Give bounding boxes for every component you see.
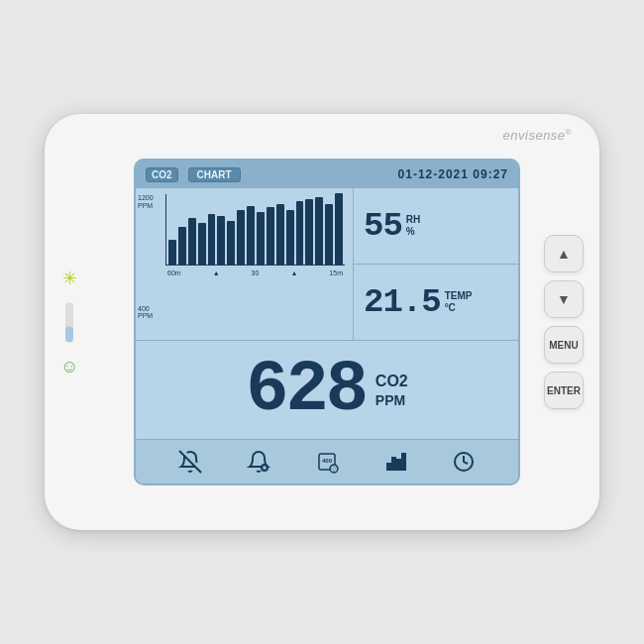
chart-bar (227, 221, 235, 265)
co2-display: 628 CO2 PPM (136, 341, 518, 440)
x-label-15m: 15m (329, 269, 343, 276)
chart-bar (325, 204, 333, 265)
menu-button[interactable]: MENU (544, 326, 584, 364)
chart-area: 1200PPM 400PPM 60m ▲ 30 ▲ 15m (136, 188, 354, 340)
humidity-reading: 55 RH % (354, 188, 518, 265)
temperature-unit: TEMP °C (445, 290, 473, 314)
readings-area: 55 RH % 21.5 TEMP °C (354, 188, 518, 340)
sun-indicator: ✳ (62, 268, 77, 289)
co2-value: 628 (246, 355, 366, 426)
chart-bar (315, 197, 323, 265)
chart-bar (188, 218, 196, 265)
datetime-display: 01-12-2021 09:27 (398, 167, 508, 181)
level-bar (65, 303, 73, 343)
chart-bar (168, 240, 176, 265)
svg-line-0 (179, 451, 201, 473)
svg-rect-16 (397, 460, 400, 470)
temperature-value: 21.5 (364, 283, 441, 321)
chart-bar (276, 204, 284, 265)
face-indicator: ☺ (60, 357, 78, 377)
svg-text:400: 400 (322, 458, 333, 464)
humidity-unit: RH % (406, 214, 420, 238)
chart-bar (237, 210, 245, 265)
co2-label: CO2 (376, 373, 408, 390)
main-screen: CO2 CHART 01-12-2021 09:27 1200PPM 400PP… (134, 159, 520, 485)
screen-middle: 1200PPM 400PPM 60m ▲ 30 ▲ 15m (136, 188, 518, 341)
chart-bars-container: 60m ▲ 30 ▲ 15m (165, 194, 345, 324)
chart-x-labels: 60m ▲ 30 ▲ 15m (165, 268, 345, 276)
chart-bar (178, 227, 186, 265)
enter-label: ENTER (547, 385, 581, 396)
y-label-bottom: 400PPM (138, 305, 154, 320)
alarm-off-icon[interactable] (178, 450, 202, 474)
chart-bar (257, 212, 265, 265)
x-label-60m: 60m (167, 269, 181, 276)
svg-rect-15 (392, 458, 395, 470)
svg-rect-17 (402, 454, 405, 470)
right-buttons: ▲ ▼ MENU ENTER (544, 235, 584, 409)
left-indicators: ✳ ☺ (60, 268, 78, 377)
calibrate-icon[interactable]: 400 (315, 450, 339, 474)
down-button[interactable]: ▼ (544, 280, 584, 318)
clock-icon[interactable] (452, 450, 476, 474)
y-label-top: 1200PPM (138, 194, 154, 209)
chart-bar (208, 214, 216, 265)
chart-y-labels: 1200PPM 400PPM (138, 194, 154, 320)
svg-rect-14 (387, 464, 390, 470)
enter-button[interactable]: ENTER (544, 372, 584, 409)
screen-topbar: CO2 CHART 01-12-2021 09:27 (136, 161, 518, 188)
svg-point-8 (330, 465, 338, 473)
up-arrow-icon: ▲ (557, 246, 571, 262)
marker-triangle-1: ▲ (213, 269, 220, 276)
co2-badge: CO2 (146, 167, 178, 182)
chart-bars (165, 194, 345, 266)
chart-bar (305, 199, 313, 265)
down-arrow-icon: ▼ (557, 291, 571, 307)
co2-unit-block: CO2 PPM (376, 373, 408, 408)
chart-small-icon[interactable] (383, 450, 407, 474)
up-button[interactable]: ▲ (544, 235, 584, 272)
chart-bar (286, 210, 294, 265)
chart-bar (198, 223, 206, 265)
chart-bar (217, 216, 225, 265)
menu-label: MENU (549, 340, 578, 351)
device-body: envisense® ✳ ☺ CO2 CHART 01-12-2021 09:2… (45, 114, 599, 530)
chart-bar (267, 207, 274, 265)
chart-bar (247, 206, 255, 265)
humidity-value: 55 (364, 207, 402, 245)
alarm-settings-icon[interactable] (247, 450, 270, 474)
x-label-30: 30 (252, 269, 260, 276)
co2-ppm: PPM (376, 392, 405, 408)
marker-triangle-2: ▲ (290, 269, 297, 276)
temperature-reading: 21.5 TEMP °C (354, 265, 518, 340)
chart-bar (296, 201, 304, 265)
bottom-bar: 400 (136, 440, 518, 483)
brand-label: envisense® (503, 128, 572, 143)
chart-badge: CHART (188, 167, 241, 182)
chart-bar (335, 193, 343, 265)
